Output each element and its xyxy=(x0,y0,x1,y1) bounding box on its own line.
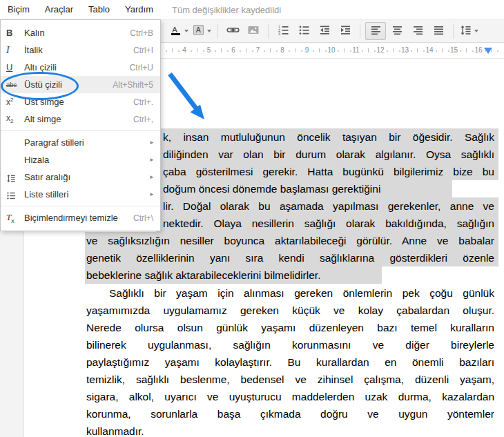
format-menu-dropdown: BKalınCtrl+BIİtalikCtrl+IUAltı çiziliCtr… xyxy=(0,19,161,231)
ruler-tick xyxy=(319,48,320,52)
underline-icon: U xyxy=(1,62,24,72)
format-menu-item-liste-stilleri[interactable]: Liste stilleri► xyxy=(1,186,160,203)
selected-text-line[interactable]: çaba gösterilmesi gerekir. Hatta bugünkü… xyxy=(163,163,494,180)
selected-text-line[interactable]: ve sağlıksızlığın nesiller boyunca aktar… xyxy=(86,232,494,249)
ruler-tick xyxy=(411,50,412,52)
menu-item-label: Liste stilleri xyxy=(24,189,149,200)
italic-icon: I xyxy=(1,45,24,56)
bulleted-list-button[interactable] xyxy=(294,23,313,39)
menu-item-shortcut: Alt+Shift+5 xyxy=(113,80,160,90)
format-menu-item-bicimlendirmeyi-temizle[interactable]: TxBiçimlendirmeyi temizleCtrl+\ xyxy=(1,209,160,226)
indent-icon xyxy=(340,24,351,39)
align-center-button[interactable] xyxy=(387,23,407,39)
menubar-item-araclar[interactable]: Araçlar xyxy=(37,0,81,19)
ruler-tick xyxy=(313,50,314,52)
text-color-icon: A xyxy=(170,24,182,39)
ruler-tick xyxy=(344,48,345,52)
menubar-item-bicim[interactable]: Biçim xyxy=(0,0,37,19)
svg-text:A: A xyxy=(196,26,201,34)
clear-formatting-icon: Tx xyxy=(1,212,24,224)
menubar-item-tablo[interactable]: Tablo xyxy=(81,0,117,19)
outdent-icon xyxy=(319,24,331,39)
menubar: BiçimAraçlarTabloYardım Tüm değişiklikle… xyxy=(0,0,504,19)
annotation-ellipse xyxy=(1,72,79,100)
text-color-button[interactable]: A xyxy=(168,23,190,39)
menu-item-shortcut: Ctrl+, xyxy=(133,115,160,124)
paragraph-text-line[interactable]: paylaştığımız yaşamı kolaylaştırır. Bu k… xyxy=(86,353,494,371)
paragraph-text-line[interactable]: yaşamımızda uygulamamız gereken küçük ve… xyxy=(86,302,494,319)
paragraph-text-line[interactable]: sigara, alkol, uyarıcı ve uyuşturucu mad… xyxy=(86,388,494,405)
toolbar-separator xyxy=(453,24,454,39)
align-right-button[interactable] xyxy=(408,23,427,39)
selected-text-line[interactable]: bebeklerine sağlık aktarabileceklerini b… xyxy=(86,266,320,284)
numbered-list-button[interactable]: 123 xyxy=(273,23,293,39)
subscript-icon: x2 xyxy=(1,113,24,124)
ruler-tick xyxy=(466,48,467,52)
align-justify-button[interactable] xyxy=(429,23,448,39)
format-menu-item-i-talik[interactable]: IİtalikCtrl+I xyxy=(1,41,160,59)
paragraph-text-line[interactable]: temizlik, sağlıklı beslenme, bedensel ve… xyxy=(86,371,494,388)
paragraph-text-line[interactable]: bilinerek uygulanması, sağlığın korunmas… xyxy=(86,336,494,353)
ruler-tick xyxy=(203,50,204,52)
annotation-arrow-icon xyxy=(164,70,220,133)
line-spacing-icon xyxy=(460,24,472,39)
ruler-tick xyxy=(252,50,253,52)
decrease-indent-button[interactable] xyxy=(315,23,334,39)
insert-image-button[interactable] xyxy=(244,23,263,39)
ruler-number: 10 xyxy=(327,46,335,54)
ruler-tick xyxy=(387,50,388,52)
ruler-tick xyxy=(325,50,327,52)
ruler-tick xyxy=(191,50,192,52)
line-spacing-button[interactable] xyxy=(458,23,480,39)
google-docs-window: BiçimAraçlarTabloYardım Tüm değişiklikle… xyxy=(0,0,504,437)
bulleted-list-icon xyxy=(298,24,310,39)
ruler-tick xyxy=(246,48,246,52)
format-menu-item-satir-araligi[interactable]: Satır aralığı► xyxy=(1,168,160,186)
align-left-button[interactable] xyxy=(365,22,386,40)
ruler-tick xyxy=(338,50,339,52)
ruler-tick xyxy=(221,48,222,52)
toolbar-separator xyxy=(217,24,218,39)
ruler-tick xyxy=(227,50,229,52)
ruler-tick xyxy=(240,50,241,52)
selected-text-line[interactable]: nektedir. Olaya nesillerin sağlığı olara… xyxy=(163,215,494,232)
ruler-number: 16 xyxy=(474,46,482,54)
ruler-tick xyxy=(276,50,278,52)
paragraph-text-line[interactable]: korunma, sorunlarla başa çıkmada doğru v… xyxy=(86,405,494,423)
menubar-item-yardim[interactable]: Yardım xyxy=(117,0,161,19)
dropdown-caret-icon xyxy=(207,30,211,32)
menu-separator xyxy=(1,206,160,206)
format-menu-item-hizala[interactable]: Hizala► xyxy=(1,151,160,168)
align-justify-icon xyxy=(433,24,445,39)
increase-indent-button[interactable] xyxy=(336,23,355,39)
selected-text-line[interactable]: lir. Doğal olarak bu aşamada yapılması g… xyxy=(163,197,494,215)
menu-item-shortcut: Ctrl+B xyxy=(130,28,160,38)
right-indent-marker[interactable] xyxy=(484,48,492,54)
ruler-tick xyxy=(362,50,363,52)
menu-item-shortcut: Ctrl+U xyxy=(130,63,160,72)
ruler-tick xyxy=(215,50,216,52)
ruler-number: 6 xyxy=(231,46,235,54)
selected-text-line[interactable]: doğum öncesi dönemde başlaması gerektiği… xyxy=(163,180,380,197)
insert-link-button[interactable] xyxy=(223,23,242,39)
align-center-icon xyxy=(391,24,403,39)
menu-separator xyxy=(1,130,160,131)
ruler-tick xyxy=(368,48,369,52)
ruler-number: 15 xyxy=(450,46,458,54)
ruler-tick xyxy=(460,50,461,52)
ruler-tick xyxy=(374,50,376,52)
paragraph-text-line[interactable]: Nerede olursa olsun günlük yaşamı düzenl… xyxy=(86,319,494,336)
format-menu-item-kalin[interactable]: BKalınCtrl+B xyxy=(1,24,160,41)
ruler-tick xyxy=(166,50,167,52)
highlight-color-button[interactable]: A xyxy=(191,23,213,39)
bold-icon: B xyxy=(1,28,24,38)
ruler-tick xyxy=(350,50,351,52)
format-menu-item-alt-simge[interactable]: x2Alt simgeCtrl+, xyxy=(1,110,160,128)
align-right-icon xyxy=(412,24,424,39)
paragraph-text-line[interactable]: Sağlıklı bir yaşam için alınması gereken… xyxy=(86,284,494,302)
paragraph-text-line[interactable]: kullanmadır. xyxy=(86,423,144,437)
selected-text-line[interactable]: genetik özelliklerinin yanı sıra kendi s… xyxy=(86,249,494,266)
format-menu-item-paragraf-stilleri[interactable]: Paragraf stilleri► xyxy=(1,134,160,151)
selected-text-line[interactable]: diliğinden var olan bir durum olarak alg… xyxy=(163,146,494,163)
ruler-tick xyxy=(472,50,474,52)
